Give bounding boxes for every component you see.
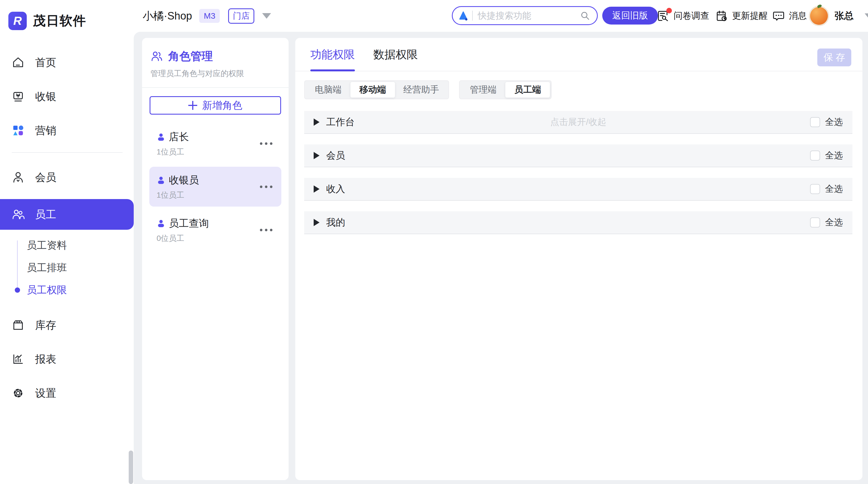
section-income[interactable]: 收入 全选 bbox=[304, 178, 852, 201]
sidebar-item-cashier[interactable]: 收银 bbox=[0, 84, 134, 109]
permission-tabs: 功能权限 数据权限 bbox=[295, 38, 862, 72]
sidebar-item-reports[interactable]: 报表 bbox=[0, 347, 134, 371]
chevron-down-icon bbox=[262, 13, 271, 19]
select-all-label: 全选 bbox=[825, 216, 843, 229]
sidebar-item-label: 收银 bbox=[35, 89, 56, 104]
section-label: 我的 bbox=[326, 216, 345, 229]
role-panel-subtitle: 管理员工角色与对应的权限 bbox=[150, 68, 281, 79]
sidebar-item-label: 设置 bbox=[35, 386, 56, 400]
staff-icon bbox=[12, 208, 25, 221]
topbar: 小橘·Shop M3 门店 返回旧版 问卷调查 更新提醒 消息 bbox=[134, 0, 868, 32]
person-icon bbox=[157, 219, 165, 228]
add-role-button[interactable]: 新增角色 bbox=[150, 96, 281, 115]
select-all-label: 全选 bbox=[825, 149, 843, 162]
settings-icon bbox=[12, 387, 25, 400]
person-icon bbox=[157, 176, 165, 185]
shop-switcher[interactable]: 小橘·Shop M3 门店 bbox=[143, 0, 271, 32]
role-side-segment-control: 管理端 员工端 bbox=[459, 80, 552, 99]
notification-dot bbox=[666, 8, 672, 13]
role-count: 1位员工 bbox=[157, 147, 275, 157]
section-mine[interactable]: 我的 全选 bbox=[304, 211, 852, 234]
survey-action[interactable]: 问卷调查 bbox=[657, 0, 709, 32]
sidebar-item-label: 营销 bbox=[35, 123, 56, 138]
sidebar-item-settings[interactable]: 设置 bbox=[0, 381, 134, 405]
staff-submenu: 员工资料 员工排班 员工权限 bbox=[0, 234, 134, 301]
search-icon[interactable] bbox=[580, 10, 590, 21]
report-icon bbox=[12, 353, 25, 366]
section-workbench[interactable]: 工作台 点击展开/收起 全选 bbox=[304, 111, 852, 134]
sidebar-nav: 首页 收银 营销 会员 员工 员工资料 bbox=[0, 50, 134, 405]
segment-assistant[interactable]: 经营助手 bbox=[395, 82, 447, 97]
sidebar-item-marketing[interactable]: 营销 bbox=[0, 118, 134, 143]
user-chevron-down-icon[interactable] bbox=[865, 13, 868, 19]
marketing-icon bbox=[12, 124, 25, 137]
plan-badge: M3 bbox=[199, 9, 220, 23]
role-name: 店长 bbox=[169, 130, 189, 144]
segment-admin-side[interactable]: 管理端 bbox=[461, 82, 505, 97]
role-list: 店长 1位员工 收银员 1位员工 员工查询 bbox=[142, 123, 288, 250]
add-role-label: 新增角色 bbox=[202, 99, 242, 112]
save-button[interactable]: 保 存 bbox=[817, 49, 851, 66]
segment-mobile[interactable]: 移动端 bbox=[350, 82, 395, 97]
action-label: 更新提醒 bbox=[732, 10, 768, 22]
select-all-label: 全选 bbox=[825, 116, 843, 128]
role-item-manager[interactable]: 店长 1位员工 bbox=[149, 123, 281, 163]
update-reminder-action[interactable]: 更新提醒 bbox=[715, 0, 768, 32]
brand-logo-icon: R bbox=[8, 12, 27, 30]
back-to-old-version-button[interactable]: 返回旧版 bbox=[602, 7, 658, 25]
sidebar-item-label: 库存 bbox=[35, 318, 56, 332]
tab-function-permissions[interactable]: 功能权限 bbox=[310, 38, 355, 71]
search-divider bbox=[472, 10, 473, 21]
sidebar-item-home[interactable]: 首页 bbox=[0, 50, 134, 75]
more-actions-icon[interactable] bbox=[257, 139, 275, 147]
expand-triangle-icon bbox=[314, 186, 319, 193]
sidebar-scrollbar[interactable] bbox=[129, 451, 133, 484]
select-all-checkbox[interactable] bbox=[810, 150, 820, 161]
quick-search[interactable] bbox=[452, 6, 598, 25]
assistant-triangle-icon bbox=[458, 10, 469, 21]
expand-triangle-icon bbox=[314, 152, 319, 159]
select-all-checkbox[interactable] bbox=[810, 117, 820, 127]
sidebar-item-member[interactable]: 会员 bbox=[0, 165, 134, 190]
select-all-checkbox[interactable] bbox=[810, 218, 820, 228]
role-management-panel: 角色管理 管理员工角色与对应的权限 新增角色 店长 1位员工 bbox=[142, 38, 288, 480]
message-icon bbox=[772, 9, 785, 22]
tab-data-permissions[interactable]: 数据权限 bbox=[373, 38, 418, 71]
permissions-panel: 功能权限 数据权限 保 存 电脑端 移动端 经营助手 管理端 员工端 工作台 点… bbox=[295, 38, 862, 480]
role-count: 0位员工 bbox=[157, 233, 275, 244]
submenu-item-label: 员工权限 bbox=[27, 283, 67, 297]
member-icon bbox=[12, 171, 25, 184]
action-label: 消息 bbox=[789, 10, 807, 22]
sidebar-item-staff[interactable]: 员工 bbox=[0, 199, 134, 230]
segment-pc[interactable]: 电脑端 bbox=[306, 82, 350, 97]
update-reminder-icon bbox=[715, 9, 728, 22]
person-icon bbox=[157, 133, 165, 142]
sidebar-item-label: 首页 bbox=[35, 55, 56, 70]
sidebar-item-label: 报表 bbox=[35, 352, 56, 366]
inventory-icon bbox=[12, 319, 25, 332]
user-name[interactable]: 张总 bbox=[835, 0, 854, 32]
role-name: 收银员 bbox=[169, 173, 199, 187]
sidebar-item-label: 员工 bbox=[35, 207, 56, 222]
role-item-staff-query[interactable]: 员工查询 0位员工 bbox=[149, 210, 281, 250]
submenu-item-label: 员工排班 bbox=[27, 261, 67, 275]
active-dot-icon bbox=[15, 287, 20, 293]
select-all-checkbox[interactable] bbox=[810, 184, 820, 194]
submenu-item-staff-permission[interactable]: 员工权限 bbox=[0, 279, 134, 301]
segment-staff-side[interactable]: 员工端 bbox=[505, 82, 550, 97]
role-panel-title: 角色管理 bbox=[168, 49, 213, 64]
search-input[interactable] bbox=[478, 10, 580, 21]
sidebar-item-inventory[interactable]: 库存 bbox=[0, 313, 134, 337]
submenu-item-label: 员工资料 bbox=[27, 239, 67, 252]
section-label: 收入 bbox=[326, 182, 345, 195]
section-member[interactable]: 会员 全选 bbox=[304, 144, 852, 167]
submenu-item-staff-schedule[interactable]: 员工排班 bbox=[0, 256, 134, 279]
role-item-cashier[interactable]: 收银员 1位员工 bbox=[149, 167, 281, 207]
messages-action[interactable]: 消息 bbox=[772, 0, 807, 32]
role-panel-header: 角色管理 管理员工角色与对应的权限 bbox=[142, 38, 288, 88]
user-avatar[interactable] bbox=[809, 6, 829, 26]
more-actions-icon[interactable] bbox=[257, 226, 275, 234]
submenu-item-staff-profile[interactable]: 员工资料 bbox=[0, 234, 134, 256]
role-count: 1位员工 bbox=[157, 190, 275, 200]
more-actions-icon[interactable] bbox=[257, 182, 275, 191]
